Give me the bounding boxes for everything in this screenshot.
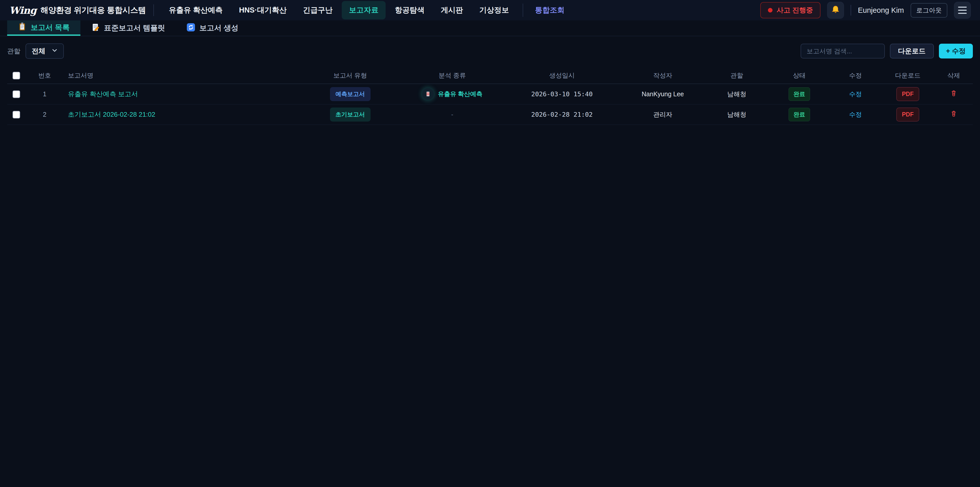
- table-row: 1 유출유 확산예측 보고서 예측보고서 유출유 확산예측: [7, 84, 973, 104]
- hamburger-icon: [958, 6, 967, 14]
- filter-row: 관할 전체 다운로드 + 수정: [7, 43, 973, 59]
- col-header-report-type: 보고서 유형: [299, 67, 401, 84]
- analysis-type-empty: -: [451, 111, 453, 118]
- col-header-status: 상태: [769, 67, 830, 84]
- add-edit-button[interactable]: + 수정: [939, 44, 973, 59]
- report-search-input[interactable]: [800, 44, 885, 59]
- analysis-type: 유출유 확산예측: [422, 88, 483, 100]
- select-all-checkbox[interactable]: [13, 72, 20, 80]
- report-table: 번호 보고서명 보고서 유형 분석 종류 생성일시 작성자 관할 상태 수정 다…: [7, 67, 973, 125]
- user-name: Eunjeong Kim: [858, 6, 904, 14]
- main-content: 관할 전체 다운로드 + 수정 번호 보고서명 보고서 유형 분석 종류 생성일…: [0, 43, 980, 125]
- bell-icon: [831, 5, 840, 15]
- chevron-down-icon: [52, 47, 58, 55]
- col-header-report-name: 보고서명: [64, 67, 299, 84]
- row-no: 1: [25, 84, 64, 104]
- table-row: 2 초기보고서 2026-02-28 21:02 초기보고서 - 2026-02…: [7, 104, 973, 125]
- tab-report-list-label: 보고서 목록: [30, 22, 70, 33]
- col-header-analysis-type: 분석 종류: [401, 67, 503, 84]
- jurisdiction-select[interactable]: 전체: [25, 43, 64, 59]
- nav-item-reports[interactable]: 보고자료: [342, 1, 386, 19]
- status-badge: 완료: [789, 87, 810, 101]
- logo-wing-icon: Wing: [9, 5, 37, 16]
- nav-item-integrated-search[interactable]: 통합조회: [528, 1, 572, 19]
- tab-standard-template-label: 표준보고서 템플릿: [104, 23, 165, 33]
- refresh-icon: [186, 23, 195, 34]
- main-nav: 유출유 확산예측 HNS·대기확산 긴급구난 보고자료 항공탐색 게시판 기상정…: [162, 1, 572, 19]
- created-at: 2026-03-10 15:40: [503, 84, 620, 104]
- download-button[interactable]: 다운로드: [890, 44, 934, 59]
- header-right: 사고 진행중 Eunjeong Kim 로그아웃: [760, 2, 971, 19]
- edit-link[interactable]: 수정: [849, 90, 862, 97]
- edit-link[interactable]: 수정: [849, 111, 862, 118]
- row-checkbox[interactable]: [13, 90, 20, 98]
- incident-status-badge: 사고 진행중: [760, 2, 821, 18]
- jurisdiction: 남해청: [705, 84, 769, 104]
- nav-item-weather[interactable]: 기상정보: [472, 1, 516, 19]
- row-checkbox[interactable]: [13, 111, 20, 118]
- notifications-button[interactable]: [827, 2, 844, 19]
- pdf-download-button[interactable]: PDF: [896, 107, 919, 121]
- nav-item-aerial-search[interactable]: 항공탐색: [388, 1, 431, 19]
- nav-item-hns[interactable]: HNS·대기확산: [232, 1, 294, 19]
- author: 관리자: [620, 104, 705, 125]
- tab-report-create[interactable]: 보고서 생성: [176, 21, 249, 36]
- nav-item-board[interactable]: 게시판: [434, 1, 470, 19]
- trash-icon: [950, 94, 957, 97]
- app-logo: Wing 해양환경 위기대응 통합시스템: [9, 5, 146, 16]
- jurisdiction: 남해청: [705, 104, 769, 125]
- report-name-link[interactable]: 초기보고서 2026-02-28 21:02: [68, 110, 156, 118]
- incident-badge-label: 사고 진행중: [776, 6, 813, 15]
- nav-separator: [523, 3, 523, 17]
- select-all-cell: [7, 67, 25, 84]
- col-header-created: 생성일시: [503, 67, 620, 84]
- row-no: 2: [25, 104, 64, 125]
- analysis-type-label: 유출유 확산예측: [438, 90, 483, 98]
- report-type-badge: 예측보고서: [330, 87, 371, 101]
- clipboard-icon: [18, 22, 27, 33]
- oil-drum-icon: [422, 88, 434, 100]
- user-divider: [851, 5, 851, 16]
- header-divider: [153, 4, 154, 16]
- jurisdiction-select-value: 전체: [32, 46, 45, 56]
- nav-item-oil-spill[interactable]: 유출유 확산예측: [162, 1, 230, 19]
- nav-item-rescue[interactable]: 긴급구난: [296, 1, 340, 19]
- tab-report-create-label: 보고서 생성: [199, 23, 239, 33]
- table-header-row: 번호 보고서명 보고서 유형 분석 종류 생성일시 작성자 관할 상태 수정 다…: [7, 67, 973, 84]
- app-title: 해양환경 위기대응 통합시스템: [41, 5, 146, 16]
- delete-button[interactable]: [950, 110, 957, 118]
- author: NanKyung Lee: [620, 84, 705, 104]
- pdf-download-button[interactable]: PDF: [896, 87, 919, 101]
- tab-bar: 보고서 목록 표준보고서 템플릿 보고서 생성: [0, 21, 980, 36]
- report-type-badge: 초기보고서: [330, 107, 371, 121]
- col-header-edit: 수정: [830, 67, 881, 84]
- delete-button[interactable]: [950, 89, 957, 97]
- tab-standard-template[interactable]: 표준보고서 템플릿: [80, 21, 176, 36]
- incident-dot-icon: [768, 8, 773, 13]
- col-header-download: 다운로드: [881, 67, 935, 84]
- logout-button[interactable]: 로그아웃: [911, 3, 947, 18]
- col-header-author: 작성자: [620, 67, 705, 84]
- menu-button[interactable]: [954, 2, 971, 19]
- memo-pencil-icon: [91, 23, 100, 34]
- app-header: Wing 해양환경 위기대응 통합시스템 유출유 확산예측 HNS·대기확산 긴…: [0, 0, 980, 21]
- jurisdiction-filter-label: 관할: [7, 47, 21, 56]
- report-name-link[interactable]: 유출유 확산예측 보고서: [68, 90, 138, 98]
- col-header-delete: 삭제: [935, 67, 973, 84]
- col-header-jurisdiction: 관할: [705, 67, 769, 84]
- created-at: 2026-02-28 21:02: [503, 104, 620, 125]
- status-badge: 완료: [789, 108, 810, 121]
- trash-icon: [950, 114, 957, 118]
- tab-report-list[interactable]: 보고서 목록: [7, 21, 80, 36]
- col-header-no: 번호: [25, 67, 64, 84]
